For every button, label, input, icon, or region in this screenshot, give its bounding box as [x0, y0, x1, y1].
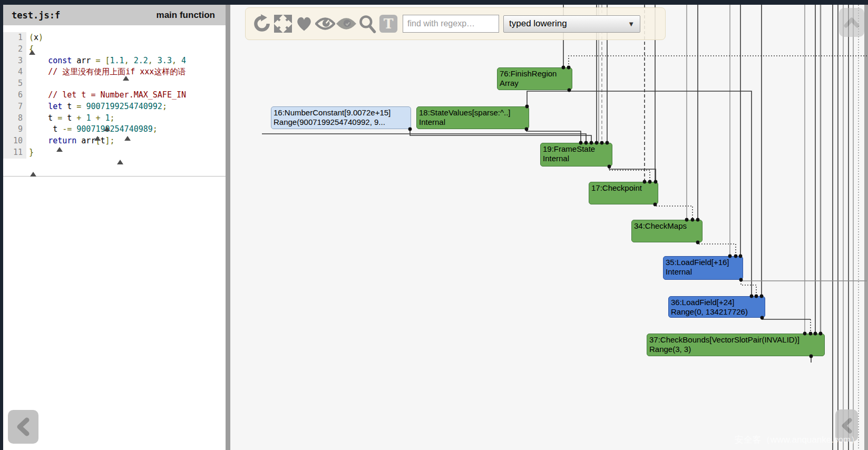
phase-select-value: typed lowering	[509, 18, 567, 29]
code-line: 9 t -= 9007199254740989;	[3, 124, 226, 135]
source-position-marker-icon[interactable]	[117, 160, 123, 164]
source-position-marker-icon[interactable]	[123, 76, 129, 81]
node-type-label: Internal	[543, 154, 610, 163]
source-position-marker-icon[interactable]	[56, 147, 63, 152]
node-type-label: Internal	[419, 118, 526, 127]
chevron-down-icon: ▼	[628, 20, 635, 28]
node-type-label: Range(0, 134217726)	[671, 307, 763, 317]
line-number: 2	[3, 44, 26, 55]
node-title: 35:LoadField[+16]	[666, 258, 740, 267]
source-code-panel: test.js:f main function 1(x)2{3 const ar…	[3, 5, 226, 450]
source-position-marker-icon[interactable]	[104, 126, 110, 131]
window-top-frame	[0, 0, 868, 5]
code-line: 4 // 这里没有使用上面if xxx这样的语	[3, 66, 226, 78]
code-text: // let t = Number.MAX_SAFE_IN	[26, 90, 186, 101]
line-number: 11	[3, 147, 26, 159]
source-position-marker-icon[interactable]	[124, 136, 131, 141]
code-line: 11}	[3, 147, 226, 159]
graph-node-16[interactable]: 16:NumberConstant[9.0072e+15]Range(90071…	[271, 106, 411, 129]
source-position-marker-icon[interactable]	[29, 50, 35, 55]
code-text	[26, 78, 29, 90]
source-function-label: main function	[157, 10, 215, 21]
code-line: 2{	[3, 44, 226, 55]
node-title: 76:FinishRegion	[500, 69, 570, 79]
node-title: 19:FrameState	[543, 144, 610, 154]
relayout-icon[interactable]	[252, 13, 272, 34]
search-icon[interactable]	[357, 13, 377, 34]
heart-icon[interactable]	[294, 13, 314, 34]
panel-divider[interactable]	[226, 5, 230, 450]
code-line: 5	[3, 78, 226, 90]
graph-node-17[interactable]: 17:Checkpoint	[589, 182, 658, 204]
expand-icon[interactable]	[273, 13, 293, 34]
code-text: }	[26, 147, 34, 159]
search-input[interactable]	[403, 15, 499, 33]
graph-toolbar: T typed lowering ▼	[245, 7, 666, 40]
graph-pan-up-button[interactable]	[839, 8, 864, 37]
graph-node-76[interactable]: 76:FinishRegionArray	[497, 67, 572, 90]
svg-text:T: T	[384, 16, 394, 32]
graph-pan-left-button[interactable]	[835, 409, 858, 442]
source-code-view[interactable]: 1(x)2{3 const arr = [1.1, 2.2, 3.3, 44 /…	[3, 25, 226, 177]
node-title: 34:CheckMaps	[634, 221, 700, 231]
eye-icon[interactable]	[315, 13, 335, 34]
code-line: 7 let t = 9007199254740992;	[3, 101, 226, 113]
node-title: 16:NumberConstant[9.0072e+15]	[274, 108, 408, 118]
graph-scrollbar[interactable]	[864, 5, 868, 450]
code-text: t = t + 1 + 1;	[26, 113, 115, 124]
graph-node-36[interactable]: 36:LoadField[+24]Range(0, 134217726)	[668, 296, 765, 318]
code-line: 1(x)	[3, 32, 226, 44]
line-number: 1	[3, 32, 26, 44]
graph-node-34[interactable]: 34:CheckMaps	[631, 220, 703, 242]
code-text: // 这里没有使用上面if xxx这样的语	[26, 66, 186, 78]
node-title: 17:Checkpoint	[591, 183, 656, 193]
code-text: t -= 9007199254740989;	[26, 124, 158, 135]
node-type-label: Range(9007199254740992, 9...	[274, 118, 408, 127]
chevron-left-icon	[14, 417, 32, 437]
code-text: const arr = [1.1, 2.2, 3.3, 4	[26, 55, 186, 67]
code-line: 6 // let t = Number.MAX_SAFE_IN	[3, 90, 226, 101]
collapse-source-panel-button[interactable]	[8, 410, 38, 444]
graph-node-35[interactable]: 35:LoadField[+16]Internal	[663, 256, 743, 280]
line-number: 5	[3, 78, 26, 90]
line-number: 7	[3, 101, 26, 113]
source-position-marker-icon[interactable]	[94, 136, 101, 141]
source-position-marker-icon[interactable]	[30, 172, 36, 177]
line-number: 10	[3, 135, 26, 147]
graph-node-19[interactable]: 19:FrameStateInternal	[540, 143, 612, 167]
eye-dark-icon[interactable]	[336, 13, 356, 34]
code-line: 10 return arr[t];	[3, 135, 226, 147]
chevron-left-icon	[840, 417, 854, 435]
source-header: test.js:f main function	[3, 5, 226, 25]
line-number: 3	[3, 55, 26, 67]
node-type-label: Array	[500, 79, 570, 88]
code-line: 3 const arr = [1.1, 2.2, 3.3, 4	[3, 55, 226, 67]
node-type-label: Internal	[666, 267, 740, 277]
node-title: 36:LoadField[+24]	[671, 298, 763, 307]
phase-select[interactable]: typed lowering ▼	[503, 15, 640, 33]
graph-node-18[interactable]: 18:StateValues[sparse:^..]Internal	[416, 106, 529, 129]
node-type-label: Range(3, 3)	[649, 345, 822, 354]
code-line: 8 t = t + 1 + 1;	[3, 113, 226, 124]
source-file-title: test.js:f	[12, 10, 60, 21]
types-icon[interactable]: T	[378, 13, 398, 34]
code-text: return arr[t];	[26, 135, 115, 147]
toolbar-icons: T	[252, 13, 399, 34]
code-text: let t = 9007199254740992;	[26, 101, 167, 113]
code-text: (x)	[26, 32, 43, 44]
node-title: 18:StateValues[sparse:^..]	[419, 108, 526, 118]
line-number: 8	[3, 113, 26, 124]
line-number: 4	[3, 66, 26, 78]
graph-node-37[interactable]: 37:CheckBounds[VectorSlotPair(INVALID)]R…	[647, 334, 825, 356]
line-number: 9	[3, 124, 26, 135]
chevron-up-icon	[843, 15, 861, 30]
line-number: 6	[3, 90, 26, 101]
node-title: 37:CheckBounds[VectorSlotPair(INVALID)]	[649, 335, 822, 345]
